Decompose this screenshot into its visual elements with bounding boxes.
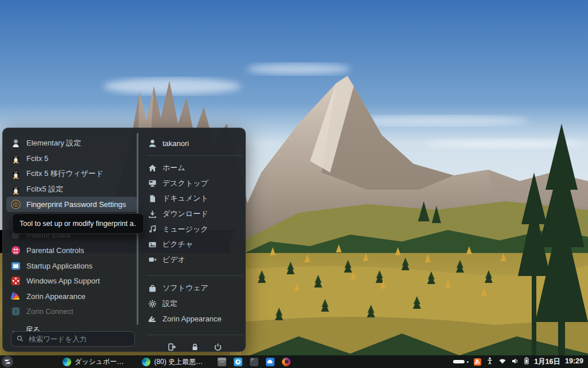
place-videos[interactable]: ビデオ [145,252,244,268]
menu-item-software[interactable]: ソフトウェア [145,281,244,296]
cloud-app-icon[interactable] [266,358,274,366]
menu-item-parental-controls[interactable]: Parental Controls [6,243,137,258]
home-icon [148,163,157,172]
music-icon [148,225,157,234]
user-icon [148,139,157,148]
places-column: takanori ホーム デスクトップ ドキュメント [145,132,244,348]
parental-controls-icon [11,246,21,255]
tux-icon [11,154,21,163]
pinned-apps [218,358,291,366]
date-label: 1月16日 [534,357,560,367]
videos-icon [148,255,157,264]
software-icon [148,283,157,293]
menu-item-zorin-connect[interactable]: Zorin Connect [6,304,137,320]
elementary-settings-icon [11,139,21,148]
menu-item-settings[interactable]: 設定 [145,296,244,312]
power-button[interactable] [210,341,225,354]
files-app-icon[interactable] [218,358,226,366]
logout-button[interactable] [164,341,179,354]
place-home[interactable]: ホーム [145,160,244,176]
battery-icon[interactable] [524,356,529,367]
edge-icon [142,358,150,366]
place-music[interactable]: ミュージック [145,221,244,237]
place-desktop[interactable]: デスクトップ [145,176,244,191]
zorin-appearance-icon [11,292,21,301]
clock[interactable]: 1月16日 19:29 [534,357,583,367]
search-box[interactable] [11,331,135,347]
tux-icon [11,169,21,179]
tux-icon [11,185,21,194]
session-controls [145,341,244,354]
menu-item-startup-applications[interactable]: Startup Applications [6,258,137,274]
app-list: Elementary 設定 Fcitx 5 Fcitx 5 移行ウィザード Fc… [6,132,137,348]
lock-button[interactable] [187,341,202,354]
downloads-icon [148,209,157,218]
menu-item-elementary-settings[interactable]: Elementary 設定 [6,136,137,151]
place-pictures[interactable]: ピクチャ [145,237,244,252]
divider [146,335,243,335]
taskbar: ダッシュボー… (80) 史上最悪… [0,355,588,368]
zorin-menu-button[interactable] [2,356,13,367]
search-icon [17,335,24,343]
place-documents[interactable]: ドキュメント [145,191,244,206]
menu-item-zorin-appearance[interactable]: Zorin Appearance [6,289,137,304]
search-input[interactable] [28,335,129,344]
taskbar-window-article[interactable]: (80) 史上最悪… [134,355,208,368]
software-store-app-icon[interactable] [234,358,242,366]
accessibility-icon[interactable] [486,356,493,367]
indicator-dot [467,361,469,363]
start-menu: Elementary 設定 Fcitx 5 Fcitx 5 移行ウィザード Fc… [2,128,246,352]
time-label: 19:29 [565,357,583,367]
menu-item-zorin-appearance-shortcut[interactable]: Zorin Appearance [145,311,244,327]
menu-item-fingerprint-settings[interactable]: Fingerprint Password Settings [6,197,137,212]
startup-applications-icon [11,261,21,271]
divider [146,275,243,276]
documents-icon [148,194,157,203]
terminal-app-icon[interactable] [250,358,258,366]
appearance-icon [148,315,157,324]
menu-item-windows-app-support[interactable]: Windows App Support [6,273,137,289]
desktop-icon [148,179,157,188]
pictures-icon [148,240,157,249]
volume-icon[interactable] [512,356,519,367]
system-tray: あ 1月16日 19:29 [453,356,588,367]
settings-icon [148,299,157,308]
user-entry[interactable]: takanori [145,135,244,151]
desktop: Elementary 設定 Fcitx 5 Fcitx 5 移行ウィザード Fc… [0,0,588,368]
fingerprint-icon [11,200,21,209]
menu-item-fcitx5-config[interactable]: Fcitx5 設定 [6,182,137,197]
ime-indicator[interactable]: あ [474,358,481,366]
zorin-connect-icon [11,306,21,316]
windows-app-support-icon [11,276,21,286]
wifi-icon[interactable] [498,356,506,367]
taskbar-window-dashboard[interactable]: ダッシュボー… [55,355,129,368]
edge-icon [63,358,71,366]
swirl-app-icon[interactable] [282,358,291,366]
device-indicator-pill[interactable] [453,360,465,363]
zorin-logo-icon [3,358,11,366]
divider [146,155,243,156]
fingerprint-tooltip: Tool to set up or modify fingerprint a… [12,213,144,234]
place-downloads[interactable]: ダウンロード [145,206,244,222]
menu-item-fcitx5[interactable]: Fcitx 5 [6,151,137,167]
menu-item-fcitx5-wizard[interactable]: Fcitx 5 移行ウィザード [6,166,137,182]
